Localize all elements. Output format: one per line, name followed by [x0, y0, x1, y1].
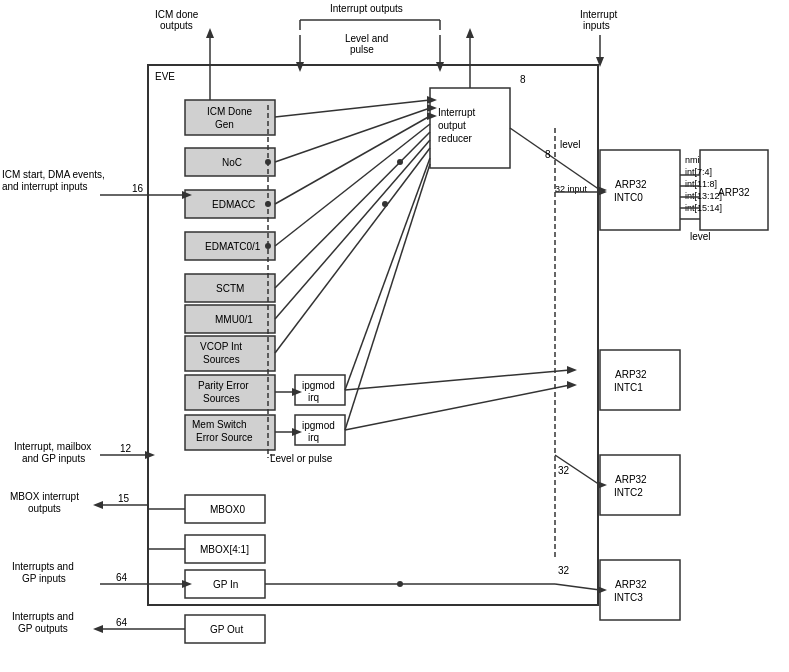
icm-start-label2: and interrupt inputs: [2, 181, 88, 192]
architecture-diagram: EVE ICM done outputs Interrupt outputs L…: [0, 0, 789, 672]
edmacc-label: EDMACC: [212, 199, 255, 210]
edmacc-to-reducer: [275, 116, 430, 204]
level-right-label: level: [690, 231, 711, 242]
arp32-intc0-label2: INTC0: [614, 192, 643, 203]
int-gp-out-label: Interrupts and: [12, 611, 74, 622]
mbox-output-arrow: [93, 501, 103, 509]
icm-done-arrow: [206, 28, 214, 38]
interrupt-inputs-label2: inputs: [583, 20, 610, 31]
arp32-intc3-block: [600, 560, 680, 620]
nmi-label: nmi: [685, 155, 700, 165]
icm-start-label: ICM start, DMA events,: [2, 169, 105, 180]
eve-label: EVE: [155, 71, 175, 82]
dot1: [397, 159, 403, 165]
arp32-small-label: ARP32: [718, 187, 750, 198]
ipgmod2-label2: irq: [308, 432, 319, 443]
num8-top-label: 8: [520, 74, 526, 85]
arp32-intc1-label1: ARP32: [615, 369, 647, 380]
noc-label: NoC: [222, 157, 242, 168]
sctm-label: SCTM: [216, 283, 244, 294]
parity-to-reducer: [345, 158, 430, 390]
int1312-label: int[13:12]: [685, 191, 722, 201]
int-gp-out-label2: GP outputs: [18, 623, 68, 634]
mbox0-label: MBOX0: [210, 504, 245, 515]
gp-in-label: GP In: [213, 579, 238, 590]
gpin-to-intc3-final: [555, 584, 600, 590]
icm-done-gen-label: ICM Done: [207, 106, 252, 117]
arp32-intc1-block: [600, 350, 680, 410]
level-or-pulse-label: Level or pulse: [270, 453, 333, 464]
arp32-intc3-label2: INTC3: [614, 592, 643, 603]
noc-to-reducer: [275, 108, 430, 162]
icm-done-gen-label2: Gen: [215, 119, 234, 130]
ipgmod1-to-intc1-arrow: [567, 366, 577, 374]
icm-done-label2: outputs: [160, 20, 193, 31]
mem-switch-label: Mem Switch: [192, 419, 246, 430]
mbox41-label: MBOX[4:1]: [200, 544, 249, 555]
num8-reducer-label: 8: [545, 149, 551, 160]
sctm-to-reducer: [275, 132, 430, 288]
gp-out-label: GP Out: [210, 624, 243, 635]
level-pulse-label2: pulse: [350, 44, 374, 55]
vcop-label2: Sources: [203, 354, 240, 365]
icm-to-reducer: [275, 100, 430, 117]
gp-out-output-arrow: [93, 625, 103, 633]
icm-done-label: ICM done: [155, 9, 199, 20]
parity-error-label2: Sources: [203, 393, 240, 404]
int-mailbox-label2: and GP inputs: [22, 453, 85, 464]
gpin-dot: [397, 581, 403, 587]
ipgmod1-label: ipgmod: [302, 380, 335, 391]
ipgmod2-label: ipgmod: [302, 420, 335, 431]
mem-switch-label2: Error Source: [196, 432, 253, 443]
ior-output-arrow: [466, 28, 474, 38]
interrupt-outputs-label: Interrupt outputs: [330, 3, 403, 14]
arp32-intc0-label1: ARP32: [615, 179, 647, 190]
dot-edmacc: [265, 201, 271, 207]
mbox-int-label2: outputs: [28, 503, 61, 514]
ipgmod1-to-intc1: [345, 370, 570, 390]
int118-label: int[11:8]: [685, 179, 717, 189]
level-pulse-label: Level and: [345, 33, 388, 44]
dot-noc: [265, 159, 271, 165]
mmu-to-reducer: [275, 140, 430, 319]
ipgmod2-to-intc1-arrow: [567, 381, 577, 389]
vcop-to-reducer: [275, 148, 430, 353]
num32-intc3-label: 32: [558, 565, 570, 576]
num16-label: 16: [132, 183, 144, 194]
arp32-intc3-label1: ARP32: [615, 579, 647, 590]
ipgmod1-label2: irq: [308, 392, 319, 403]
ior-label1: Interrupt: [438, 107, 475, 118]
interrupt-out-right-arrow: [436, 62, 444, 72]
diagram-container: EVE ICM done outputs Interrupt outputs L…: [0, 0, 789, 672]
num15-label: 15: [118, 493, 130, 504]
ior-label3: reducer: [438, 133, 473, 144]
mailbox-input-arrow: [145, 451, 155, 459]
int-gp-in-label2: GP inputs: [22, 573, 66, 584]
eve-boundary: [148, 65, 598, 605]
interrupt-inputs-label: Interrupt: [580, 9, 617, 20]
arp32-intc2-label2: INTC2: [614, 487, 643, 498]
dot-edmatc: [265, 243, 271, 249]
ipgmod2-to-intc1: [345, 385, 570, 430]
dot2: [382, 201, 388, 207]
num64-gpout-label: 64: [116, 617, 128, 628]
arp32-intc2-label1: ARP32: [615, 474, 647, 485]
arp32-intc0-block: [600, 150, 680, 230]
arp32-intc1-label2: INTC1: [614, 382, 643, 393]
level-label: level: [560, 139, 581, 150]
vcop-label: VCOP Int: [200, 341, 242, 352]
arp32-intc2-block: [600, 455, 680, 515]
parity-error-label: Parity Error: [198, 380, 249, 391]
edmatc-label: EDMATC0/1: [205, 241, 261, 252]
edmatc-to-reducer: [275, 124, 430, 246]
ior-label2: output: [438, 120, 466, 131]
num12-label: 12: [120, 443, 132, 454]
int-gp-in-label: Interrupts and: [12, 561, 74, 572]
interrupt-out-left-arrow: [296, 62, 304, 72]
num32-intc2-label: 32: [558, 465, 570, 476]
int-mailbox-label: Interrupt, mailbox: [14, 441, 91, 452]
mbox-int-label: MBOX interrupt: [10, 491, 79, 502]
num64-gpin-label: 64: [116, 572, 128, 583]
mmu-label: MMU0/1: [215, 314, 253, 325]
